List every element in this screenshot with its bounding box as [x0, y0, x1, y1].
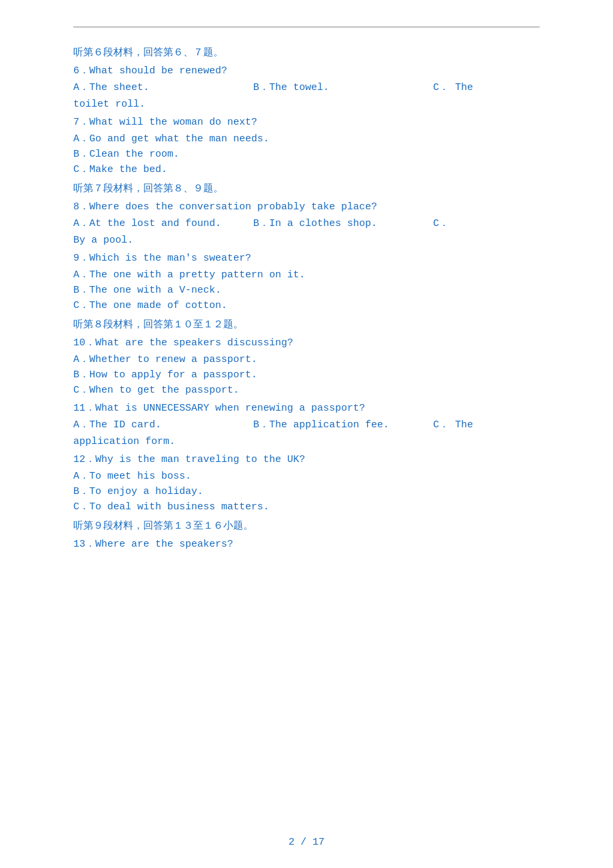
section-9-header: 听第９段材料，回答第１３至１６小题。 — [73, 519, 540, 532]
page-container: 听第６段材料，回答第６、７题。 6．What should be renewed… — [0, 0, 613, 868]
question-11: 11．What is UNNECESSARY when renewing a p… — [73, 401, 540, 447]
q10-option-c: C．When to get the passport. — [73, 383, 540, 396]
q7-option-c: C．Make the bed. — [73, 163, 540, 175]
q12-option-c: C．To deal with business matters. — [73, 500, 540, 513]
page-footer: 2 / 17 — [0, 837, 613, 848]
q8-option-c-start: C． — [433, 217, 540, 229]
q9-text: 9．Which is the man's sweater? — [73, 251, 540, 264]
section-7: 听第７段材料，回答第８、９题。 8．Where does the convers… — [73, 182, 540, 311]
q8-option-a: A．At the lost and found. — [73, 217, 247, 229]
section-7-header: 听第７段材料，回答第８、９题。 — [73, 182, 540, 195]
q7-option-b: B．Clean the room. — [73, 147, 540, 160]
question-7: 7．What will the woman do next? A．Go and … — [73, 115, 540, 175]
q11-option-b: B．The application fee. — [253, 418, 426, 431]
q8-option-c-cont: By a pool. — [73, 235, 540, 246]
q11-text: 11．What is UNNECESSARY when renewing a p… — [73, 401, 540, 414]
question-10: 10．What are the speakers discussing? A．W… — [73, 336, 540, 396]
q11-options-row: A．The ID card. B．The application fee. C．… — [73, 418, 540, 433]
q8-options-row: A．At the lost and found. B．In a clothes … — [73, 217, 540, 232]
section-8-header: 听第８段材料，回答第１０至１２题。 — [73, 318, 540, 331]
section-8: 听第８段材料，回答第１０至１２题。 10．What are the speake… — [73, 318, 540, 513]
q10-option-a: A．Whether to renew a passport. — [73, 353, 540, 365]
q11-option-c-start: C． The — [433, 418, 540, 431]
q11-option-a: A．The ID card. — [73, 418, 247, 431]
q8-option-b: B．In a clothes shop. — [253, 217, 426, 229]
question-9: 9．Which is the man's sweater? A．The one … — [73, 251, 540, 311]
section-6-header: 听第６段材料，回答第６、７题。 — [73, 46, 540, 59]
q6-option-b: B．The towel. — [253, 81, 426, 93]
q6-option-a: A．The sheet. — [73, 81, 247, 93]
q7-text: 7．What will the woman do next? — [73, 115, 540, 128]
q6-text: 6．What should be renewed? — [73, 64, 540, 77]
q8-text: 8．Where does the conversation probably t… — [73, 200, 540, 213]
q11-option-c-cont: application form. — [73, 436, 540, 447]
q10-option-b: B．How to apply for a passport. — [73, 368, 540, 381]
section-6: 听第６段材料，回答第６、７题。 6．What should be renewed… — [73, 46, 540, 175]
top-divider — [73, 27, 540, 27]
q12-option-a: A．To meet his boss. — [73, 469, 540, 482]
q9-option-a: A．The one with a pretty pattern on it. — [73, 268, 540, 281]
q6-option-c-cont: toilet roll. — [73, 99, 540, 110]
q12-text: 12．Why is the man traveling to the UK? — [73, 453, 540, 465]
q6-option-c-start: C． The — [433, 81, 540, 93]
section-9: 听第９段材料，回答第１３至１６小题。 13．Where are the spea… — [73, 519, 540, 550]
q7-option-a: A．Go and get what the man needs. — [73, 132, 540, 145]
q9-option-c: C．The one made of cotton. — [73, 299, 540, 311]
q10-text: 10．What are the speakers discussing? — [73, 336, 540, 349]
question-6: 6．What should be renewed? A．The sheet. B… — [73, 64, 540, 110]
question-12: 12．Why is the man traveling to the UK? A… — [73, 453, 540, 513]
question-13: 13．Where are the speakers? — [73, 537, 540, 550]
q9-option-b: B．The one with a V-neck. — [73, 283, 540, 296]
q13-text: 13．Where are the speakers? — [73, 537, 540, 550]
q12-option-b: B．To enjoy a holiday. — [73, 485, 540, 497]
question-8: 8．Where does the conversation probably t… — [73, 200, 540, 246]
q6-options-row: A．The sheet. B．The towel. C． The — [73, 81, 540, 96]
